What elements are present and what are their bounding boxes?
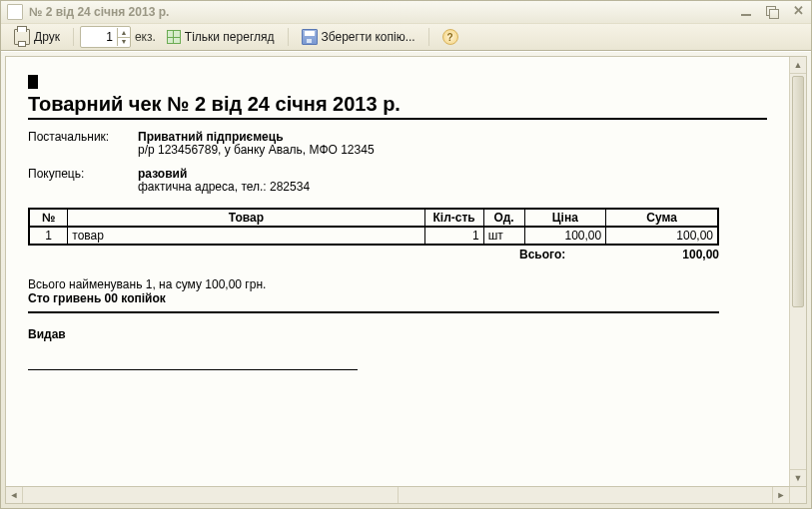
window-title: № 2 від 24 січня 2013 р. [29,5,737,19]
scroll-corner [789,487,806,503]
issued-label: Видав [28,327,66,341]
summary-line: Всього найменувань 1, на суму 100,00 грн… [28,277,767,291]
cell-name: товар [68,227,424,245]
hscroll-segment[interactable] [399,487,773,503]
cell-price: 100,00 [524,227,606,245]
col-number: № [29,209,68,227]
supplier-label: Постачальник: [28,130,138,157]
window-controls: ✕ [737,4,807,20]
close-button[interactable]: ✕ [789,4,807,20]
help-button[interactable] [435,26,465,48]
paper-scroll-area[interactable]: Товарний чек № 2 від 24 січня 2013 р. По… [6,57,789,486]
cell-sum: 100,00 [606,227,718,245]
preview-only-button[interactable]: Тільки перегляд [160,26,282,48]
document-paper: Товарний чек № 2 від 24 січня 2013 р. По… [6,57,789,388]
hscroll-segment[interactable] [23,487,399,503]
scroll-down-icon[interactable]: ▼ [790,469,806,486]
total-value: 100,00 [609,248,719,261]
supplier-details: р/р 123456789, у банку Аваль, МФО 12345 [138,143,767,157]
restore-button[interactable] [763,4,781,20]
title-rule [28,118,767,120]
buyer-label: Покупець: [28,167,138,194]
col-unit: Од. [483,209,524,227]
summary-rule [28,311,719,313]
toolbar-separator [73,28,74,46]
col-sum: Сума [606,209,718,227]
buyer-field: Покупець: разовий фактична адреса, тел.:… [28,167,767,194]
document-icon [7,4,23,20]
document-title: Товарний чек № 2 від 24 січня 2013 р. [28,93,767,116]
cell-unit: шт [483,227,524,245]
signature-line [28,369,358,370]
scroll-up-icon[interactable]: ▲ [790,57,806,74]
minimize-button[interactable] [737,4,755,20]
buyer-details: фактична адреса, тел.: 282534 [138,180,767,194]
supplier-name: Приватний підприємець [138,130,767,144]
toolbar-separator [428,28,429,46]
cell-qty: 1 [424,227,483,245]
vscroll-track[interactable] [790,74,806,469]
total-label: Всього: [519,248,609,261]
copies-input[interactable] [81,28,117,46]
scroll-right-icon[interactable]: ► [772,487,789,503]
col-product: Товар [68,209,424,227]
amount-in-words: Сто гривень 00 копійок [28,291,767,305]
summary-block: Всього найменувань 1, на суму 100,00 грн… [28,277,767,305]
toolbar: Друк ▲ ▼ екз. Тільки перегляд Зберегти к… [1,24,811,51]
supplier-field: Постачальник: Приватний підприємець р/р … [28,130,767,157]
table-row: 1 товар 1 шт 100,00 100,00 [29,227,718,245]
table-header-row: № Товар Кіл-сть Од. Ціна Сума [29,209,718,227]
toolbar-separator [288,28,289,46]
col-price: Ціна [524,209,606,227]
vertical-scrollbar[interactable]: ▲ ▼ [789,57,806,486]
printer-icon [14,29,30,45]
print-label: Друк [34,30,60,44]
text-caret [28,75,38,89]
totals: Всього: 100,00 [28,248,719,261]
print-button[interactable]: Друк [7,26,67,48]
preview-only-label: Тільки перегляд [185,30,275,44]
copies-stepper[interactable]: ▲ ▼ [80,26,131,48]
help-icon [442,29,458,45]
issued-by: Видав [28,327,767,341]
copies-unit-label: екз. [135,30,156,44]
window-frame: № 2 від 24 січня 2013 р. ✕ Друк ▲ ▼ екз.… [0,0,812,509]
work-area: Товарний чек № 2 від 24 січня 2013 р. По… [1,51,811,508]
document-viewport: Товарний чек № 2 від 24 січня 2013 р. По… [5,56,807,487]
col-qty: Кіл-сть [424,209,483,227]
horizontal-scrollbar[interactable]: ◄ ► [5,487,807,504]
save-copy-label: Зберегти копію... [322,30,415,44]
buyer-name: разовий [138,167,767,181]
copies-down-icon[interactable]: ▼ [118,38,130,47]
save-copy-button[interactable]: Зберегти копію... [295,26,422,48]
hscroll-track[interactable] [23,487,772,503]
grid-preview-icon [167,30,181,44]
titlebar: № 2 від 24 січня 2013 р. ✕ [1,1,811,24]
vscroll-thumb[interactable] [792,76,804,307]
copies-up-icon[interactable]: ▲ [118,28,130,38]
floppy-icon [302,29,318,45]
scroll-left-icon[interactable]: ◄ [6,487,23,503]
cell-n: 1 [29,227,68,245]
items-table: № Товар Кіл-сть Од. Ціна Сума 1 [28,208,719,246]
